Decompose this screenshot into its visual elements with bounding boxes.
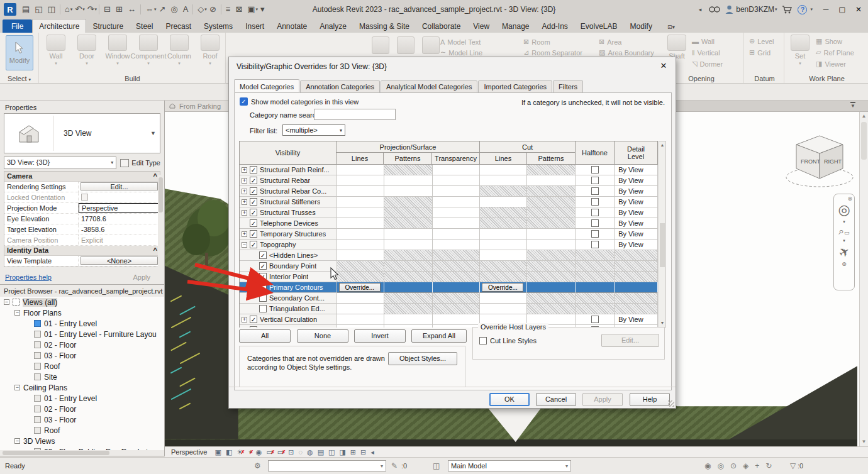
- tree-item[interactable]: 03 - Floor: [0, 350, 164, 361]
- detail-level-cell[interactable]: By View: [615, 207, 658, 218]
- halftone-cell[interactable]: [576, 218, 615, 229]
- ribbon-tab-view[interactable]: View: [467, 19, 496, 33]
- override-cell[interactable]: [384, 293, 433, 304]
- ribbon-tab-steel[interactable]: Steel: [130, 19, 159, 33]
- visibility-cell[interactable]: Triangulation Ed...: [240, 304, 337, 314]
- category-checkbox[interactable]: ✓: [259, 251, 267, 259]
- halftone-checkbox[interactable]: [591, 209, 599, 216]
- detail-level-cell[interactable]: By View: [615, 218, 658, 229]
- override-cell[interactable]: [337, 229, 384, 240]
- tree-item[interactable]: −3D Views: [0, 436, 164, 446]
- tree-item[interactable]: 01 - Entry Level: [0, 318, 164, 329]
- dialog-close-icon[interactable]: ✕: [658, 61, 669, 70]
- visibility-cell[interactable]: Secondary Cont...: [240, 293, 337, 304]
- expand-icon[interactable]: +: [242, 317, 247, 322]
- table-scroll-up-icon[interactable]: ▲: [659, 141, 665, 149]
- navbar-close-icon[interactable]: ⊗: [847, 196, 852, 202]
- override-cell[interactable]: [480, 304, 527, 314]
- column-button[interactable]: Column▾: [164, 35, 194, 66]
- viewer-button[interactable]: ◨Viewer: [816, 59, 846, 69]
- view-selector-combobox[interactable]: 3D View: {3D}▾: [4, 157, 116, 169]
- override-cell[interactable]: [433, 304, 481, 314]
- all-button[interactable]: All: [239, 329, 291, 343]
- close-button[interactable]: ✕: [850, 5, 867, 14]
- tree-item[interactable]: 01 - Entry Level - Furniture Layou: [0, 329, 164, 339]
- edit-host-layers-button[interactable]: Edit...: [601, 334, 659, 347]
- help-caret-icon[interactable]: ▾: [810, 7, 813, 12]
- visibility-cell[interactable]: ✓Telephone Devices: [240, 218, 337, 229]
- override-cell[interactable]: [384, 282, 433, 293]
- override-cell[interactable]: [433, 314, 481, 325]
- override-cell[interactable]: [337, 261, 384, 272]
- tag-icon[interactable]: ◎: [168, 3, 180, 16]
- ribbon-display-toggle-icon[interactable]: ⊡▾: [664, 21, 679, 33]
- category-row[interactable]: +✓Vertical CirculationBy View: [240, 314, 658, 325]
- ui-views-icon[interactable]: ▤: [19, 3, 32, 16]
- cut-line-styles-checkbox[interactable]: [479, 337, 487, 344]
- project-browser-hscrollbar[interactable]: [0, 450, 164, 456]
- properties-help-link[interactable]: Properties help: [5, 273, 52, 281]
- override-cell[interactable]: [384, 325, 433, 328]
- category-row[interactable]: ✓Interior Point: [240, 272, 658, 282]
- category-checkbox[interactable]: ✓: [259, 262, 267, 270]
- expand-icon[interactable]: +: [242, 189, 247, 194]
- type-selector[interactable]: 3D View ▼: [4, 113, 160, 153]
- design-options-icon[interactable]: ◫: [433, 461, 440, 470]
- category-checkbox[interactable]: ✓: [250, 241, 257, 248]
- visibility-cell[interactable]: ✓Boundary Point: [240, 261, 337, 272]
- tree-item[interactable]: Roof: [0, 425, 164, 436]
- category-checkbox[interactable]: ✓: [250, 187, 257, 195]
- override-cell[interactable]: [337, 304, 384, 314]
- visibility-cell[interactable]: ✓<Hidden Lines>: [240, 250, 337, 261]
- shadows-icon[interactable]: ◔✗: [247, 448, 252, 457]
- category-row[interactable]: ✓Telephone DevicesBy View: [240, 218, 658, 229]
- ribbon-tab-analyze[interactable]: Analyze: [313, 19, 353, 33]
- category-row[interactable]: +✓Temporary StructuresBy View: [240, 229, 658, 240]
- halftone-checkbox[interactable]: [591, 177, 599, 184]
- invert-button[interactable]: Invert: [354, 329, 406, 343]
- ribbon-tab-manage[interactable]: Manage: [496, 19, 535, 33]
- room-separator-button[interactable]: ⊿Room Separator: [523, 48, 582, 57]
- shaft-button[interactable]: Shaft: [662, 35, 692, 60]
- override-cell[interactable]: [527, 293, 576, 304]
- override-cell[interactable]: [527, 304, 576, 314]
- halftone-cell[interactable]: [576, 165, 615, 175]
- override-cell[interactable]: [384, 229, 433, 240]
- override-cell[interactable]: [480, 197, 527, 207]
- worksharing-display-icon[interactable]: ⊟: [360, 448, 366, 457]
- type-selector-caret-icon[interactable]: ▼: [150, 130, 156, 136]
- override-cell[interactable]: [527, 186, 576, 197]
- drag-on-selection-icon[interactable]: +: [755, 461, 759, 470]
- property-value-button[interactable]: Edit...: [81, 182, 158, 190]
- show-displacement-icon[interactable]: ◫: [328, 448, 335, 457]
- sun-path-icon[interactable]: ☀✗: [236, 448, 243, 457]
- select-underlay-icon[interactable]: ◎: [717, 461, 723, 470]
- property-value[interactable]: Explicit: [79, 235, 160, 245]
- visibility-cell[interactable]: Primary Contours: [240, 282, 337, 293]
- override-cell[interactable]: [527, 282, 576, 293]
- view-cube-front-label[interactable]: FRONT: [801, 158, 820, 165]
- category-row[interactable]: +✓Structural Rebar Co...By View: [240, 186, 658, 197]
- override-cell[interactable]: [527, 272, 576, 282]
- override-cell[interactable]: [527, 240, 576, 250]
- section-camera[interactable]: Camera^: [4, 172, 160, 182]
- render-icon[interactable]: ◉: [256, 448, 262, 457]
- override-cell[interactable]: [384, 250, 433, 261]
- override-cell[interactable]: [480, 186, 527, 197]
- ribbon-tab-add-ins[interactable]: Add-Ins: [535, 19, 574, 33]
- ref-plane-button[interactable]: ▱Ref Plane: [816, 48, 854, 57]
- halftone-cell[interactable]: [576, 175, 615, 186]
- col-proj-patterns[interactable]: Patterns: [384, 153, 432, 165]
- override-cell[interactable]: [337, 250, 384, 261]
- override-cell[interactable]: [384, 261, 433, 272]
- col-visibility[interactable]: Visibility: [239, 141, 337, 165]
- visibility-cell[interactable]: +✓Structural Stiffeners: [240, 197, 337, 207]
- show-button[interactable]: ▦Show: [816, 36, 842, 46]
- override-cell[interactable]: [384, 314, 433, 325]
- override-cell[interactable]: [480, 240, 527, 250]
- expand-icon[interactable]: +: [242, 210, 247, 216]
- open-icon[interactable]: ◱: [32, 3, 45, 16]
- crop-view-icon[interactable]: ▭✗: [266, 448, 272, 457]
- halftone-cell[interactable]: [576, 207, 615, 218]
- override-cell[interactable]: [433, 293, 481, 304]
